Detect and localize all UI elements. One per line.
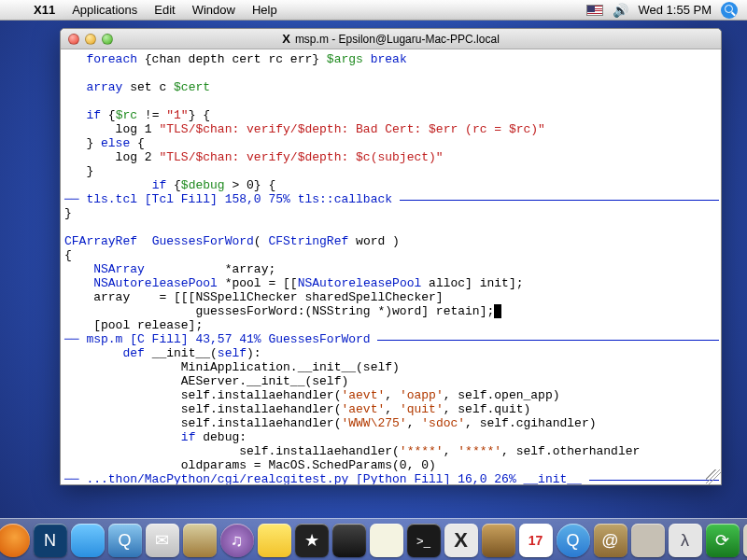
window-resize-handle[interactable] — [706, 469, 721, 484]
dock-misc-icon[interactable] — [743, 524, 748, 557]
menu-applications[interactable]: Applications — [63, 3, 146, 17]
app-menu[interactable]: X11 — [25, 3, 63, 17]
dock-ical-icon[interactable]: 17 — [519, 524, 553, 557]
spotlight-icon[interactable] — [721, 2, 738, 19]
dock-activity-icon[interactable]: ⟳ — [706, 524, 740, 557]
window-title: msp.m - Epsilon@Lugaru-Mac-PPC.local — [295, 33, 500, 46]
modeline-objc: ── msp.m [C Fill] 43,57 41% GuessesForWo… — [64, 332, 719, 346]
dock-terminal-icon[interactable]: >_ — [407, 524, 441, 557]
dock-garageband-icon[interactable] — [482, 524, 515, 557]
dock-quicktimeplayer-icon[interactable]: Q — [557, 524, 590, 557]
dock-netscape-icon[interactable]: N — [34, 524, 67, 557]
modeline-tcl: ── tls.tcl [Tcl Fill] 158,0 75% tls::cal… — [64, 192, 719, 206]
dock-script-icon[interactable] — [370, 524, 403, 557]
text-cursor — [494, 304, 501, 318]
dock-addressbook-icon[interactable]: @ — [594, 524, 627, 557]
dock-ichat-icon[interactable] — [71, 524, 105, 557]
dock-firefox-icon[interactable] — [0, 524, 30, 557]
window-close-button[interactable] — [68, 34, 79, 45]
window-zoom-button[interactable] — [102, 34, 113, 45]
dock-finalcut-icon[interactable] — [332, 524, 366, 557]
window-minimize-button[interactable] — [85, 34, 96, 45]
editor-window: X msp.m - Epsilon@Lugaru-Mac-PPC.local f… — [60, 28, 722, 485]
code-pane[interactable]: } CFArrayRef GuessesForWord( CFStringRef… — [64, 206, 719, 332]
dock: :) ✦ N Q ✉ ♫ ★ >_ X 17 Q @ λ ⟳ @ — [0, 506, 747, 560]
modeline-python: ── ...thon/MacPython/cgi/realcgitest.py … — [64, 472, 719, 484]
menubar-clock[interactable]: Wed 1:55 PM — [638, 3, 712, 17]
menu-edit[interactable]: Edit — [146, 3, 183, 17]
code-pane[interactable]: def __init__(self): MiniApplication.__in… — [64, 346, 719, 472]
input-menu-flag-icon[interactable] — [586, 5, 603, 16]
dock-dev-icon[interactable]: λ — [669, 524, 702, 557]
dock-mail-icon[interactable]: ✉ — [146, 524, 179, 557]
dock-quicktime-icon[interactable]: Q — [108, 524, 142, 557]
dock-itunes-icon[interactable]: ♫ — [220, 524, 254, 557]
editor-buffer-area[interactable]: foreach {chan depth cert rc err} $args b… — [61, 49, 721, 484]
dock-x11-icon[interactable]: X — [444, 524, 478, 557]
mac-menubar: X11 Applications Edit Window Help 🔊 Wed … — [0, 0, 747, 21]
window-titlebar[interactable]: X msp.m - Epsilon@Lugaru-Mac-PPC.local — [61, 29, 721, 49]
menu-window[interactable]: Window — [184, 3, 244, 17]
dock-sherlock-icon[interactable] — [183, 524, 217, 557]
code-pane[interactable]: foreach {chan depth cert rc err} $args b… — [64, 52, 719, 192]
volume-icon[interactable]: 🔊 — [613, 3, 628, 18]
dock-tv-icon[interactable] — [631, 524, 665, 557]
x11-icon: X — [282, 32, 290, 46]
dock-imovie-icon[interactable]: ★ — [295, 524, 329, 557]
dock-shelf: :) ✦ N Q ✉ ♫ ★ >_ X 17 Q @ λ ⟳ @ — [0, 518, 747, 560]
dock-stickies-icon[interactable] — [258, 524, 291, 557]
menu-help[interactable]: Help — [244, 3, 286, 17]
